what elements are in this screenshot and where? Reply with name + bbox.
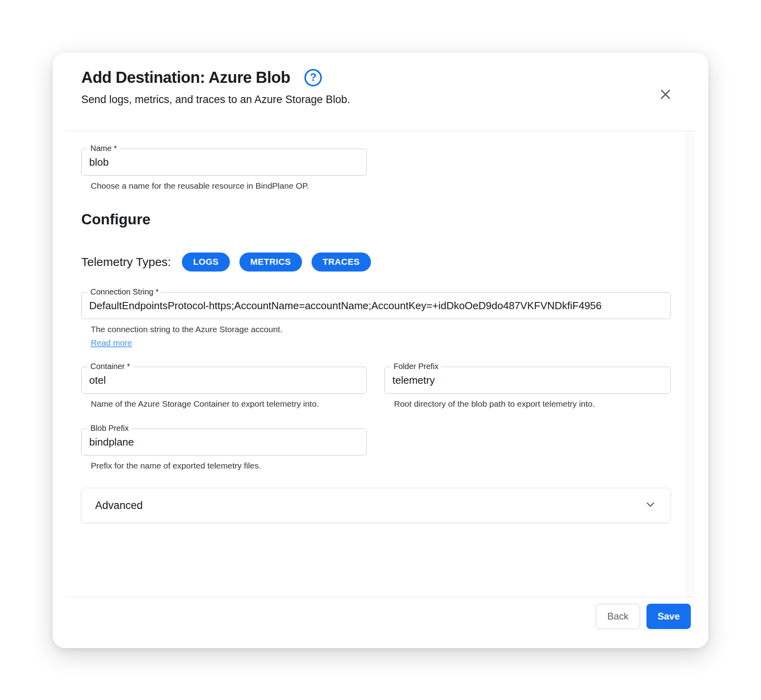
folder-prefix-label: Folder Prefix xyxy=(391,362,441,371)
name-input[interactable] xyxy=(82,149,366,175)
name-field-label: Name * xyxy=(88,144,120,153)
name-helper-text: Choose a name for the reusable resource … xyxy=(81,181,367,191)
configure-heading: Configure xyxy=(81,211,667,228)
telemetry-chip-logs[interactable]: LOGS xyxy=(182,252,229,272)
container-column: Container * Name of the Azure Storage Co… xyxy=(81,367,367,409)
telemetry-chip-traces[interactable]: TRACES xyxy=(312,252,371,272)
dialog-subtitle: Send logs, metrics, and traces to an Azu… xyxy=(81,94,680,106)
container-field: Container * xyxy=(81,367,367,394)
telemetry-chip-metrics[interactable]: METRICS xyxy=(239,252,302,272)
connection-string-label: Connection String * xyxy=(88,287,161,296)
close-button[interactable] xyxy=(657,86,674,103)
dialog-footer: Back Save xyxy=(53,597,708,648)
blob-prefix-field: Blob Prefix xyxy=(81,428,367,455)
chevron-down-icon xyxy=(644,498,657,513)
connection-string-field: Connection String * xyxy=(81,292,671,319)
dialog-header: Add Destination: Azure Blob ? Send logs,… xyxy=(53,53,708,131)
read-more-link[interactable]: Read more xyxy=(91,338,132,348)
scrollbar-track[interactable] xyxy=(686,131,695,597)
folder-prefix-helper-text: Root directory of the blob path to expor… xyxy=(384,399,671,409)
back-button[interactable]: Back xyxy=(596,604,640,629)
advanced-accordion-label: Advanced xyxy=(95,499,143,512)
folder-prefix-column: Folder Prefix Root directory of the blob… xyxy=(384,367,671,409)
blob-prefix-helper-text: Prefix for the name of exported telemetr… xyxy=(81,461,367,470)
telemetry-types-row: Telemetry Types: LOGS METRICS TRACES xyxy=(81,252,667,272)
dialog-body: Name * Choose a name for the reusable re… xyxy=(66,131,695,597)
name-field: Name * xyxy=(81,149,367,176)
container-field-label: Container * xyxy=(88,362,133,371)
blob-prefix-label: Blob Prefix xyxy=(88,424,132,433)
page-title: Add Destination: Azure Blob xyxy=(81,69,290,86)
add-destination-dialog: Add Destination: Azure Blob ? Send logs,… xyxy=(53,53,708,648)
close-icon xyxy=(659,88,672,102)
advanced-accordion[interactable]: Advanced xyxy=(81,488,671,523)
container-helper-text: Name of the Azure Storage Container to e… xyxy=(81,399,367,409)
connection-string-helper-text: The connection string to the Azure Stora… xyxy=(81,325,667,334)
connection-string-input[interactable] xyxy=(82,293,670,319)
folder-prefix-field: Folder Prefix xyxy=(384,367,671,394)
save-button[interactable]: Save xyxy=(646,604,691,629)
telemetry-types-label: Telemetry Types: xyxy=(81,255,171,269)
help-icon[interactable]: ? xyxy=(304,69,322,86)
